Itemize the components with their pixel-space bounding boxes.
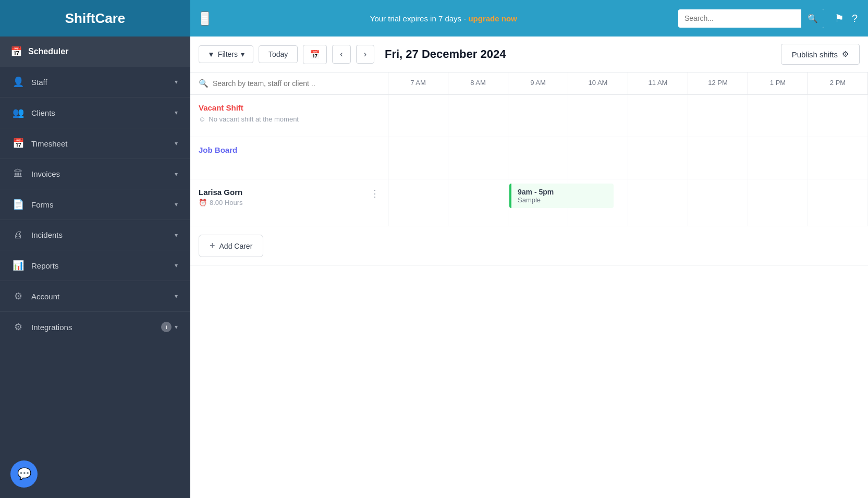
- vacant-shift-row: Vacant Shift ☺ No vacant shift at the mo…: [190, 95, 868, 137]
- cell: 9am - 5pm Sample: [508, 179, 568, 226]
- sidebar-label-incidents: Incidents: [31, 230, 63, 239]
- staff-name: Larisa Gorn: [199, 188, 370, 197]
- cell: [808, 179, 868, 226]
- filter-button[interactable]: ▼ Filters ▾: [199, 45, 253, 63]
- plus-icon: +: [210, 240, 215, 251]
- sidebar-item-forms[interactable]: 📄 Forms ▾: [0, 189, 190, 220]
- sidebar-label-forms: Forms: [31, 200, 54, 209]
- grid-header: 🔍 7 AM 8 AM 9 AM 10 AM 11 AM 12 PM 1 PM …: [190, 72, 868, 95]
- sidebar-item-reports[interactable]: 📊 Reports ▾: [0, 250, 190, 281]
- staff-row-cells: 9am - 5pm Sample: [388, 179, 868, 226]
- calendar-icon: 📅: [10, 46, 22, 57]
- cell: [688, 137, 748, 179]
- sidebar-item-incidents[interactable]: 🖨 Incidents ▾: [0, 220, 190, 250]
- search-input[interactable]: [678, 10, 801, 27]
- chevron-down-icon: ▾: [175, 171, 178, 178]
- sidebar-item-scheduler[interactable]: 📅 Scheduler: [0, 37, 190, 67]
- cell: [748, 95, 808, 137]
- search-button[interactable]: 🔍: [801, 9, 824, 28]
- publish-icon: ⚙: [842, 50, 849, 59]
- prev-button[interactable]: ‹: [332, 45, 350, 64]
- vacant-shift-label: Vacant Shift ☺ No vacant shift at the mo…: [190, 95, 388, 137]
- add-carer-button[interactable]: + Add Carer: [199, 235, 263, 257]
- sidebar-item-staff[interactable]: 👤 Staff ▾: [0, 67, 190, 98]
- grid-body: Vacant Shift ☺ No vacant shift at the mo…: [190, 95, 868, 498]
- sidebar-label-staff: Staff: [31, 78, 47, 87]
- publish-label: Publish shifts: [792, 50, 838, 59]
- cell: [808, 137, 868, 179]
- chevron-down-icon: ▾: [175, 201, 178, 208]
- job-board-cells: [388, 137, 868, 179]
- upgrade-link[interactable]: upgrade now: [468, 14, 517, 23]
- content-area: ▼ Filters ▾ Today 📅 ‹ › Fri, 27 December…: [190, 37, 868, 498]
- no-vacant-message: ☺ No vacant shift at the moment: [199, 115, 380, 123]
- search-staff-input[interactable]: [213, 79, 380, 88]
- reports-icon: 📊: [13, 260, 24, 271]
- job-board-row: Job Board: [190, 137, 868, 179]
- sidebar-label-timesheet: Timesheet: [31, 139, 67, 148]
- time-col-10am: 10 AM: [568, 72, 628, 94]
- cell: [748, 137, 808, 179]
- time-col-12pm: 12 PM: [688, 72, 748, 94]
- shift-block[interactable]: 9am - 5pm Sample: [509, 184, 614, 208]
- time-col-2pm: 2 PM: [808, 72, 868, 94]
- cell: [508, 137, 568, 179]
- top-header: ShiftCare ≡ Your trial expires in 7 days…: [0, 0, 868, 37]
- cell: [508, 95, 568, 137]
- staff-hours: ⏰ 8.00 Hours: [199, 199, 370, 207]
- cell: [568, 95, 628, 137]
- flag-button[interactable]: ⚑: [835, 12, 844, 25]
- more-options-icon[interactable]: ⋮: [370, 188, 380, 199]
- today-button[interactable]: Today: [259, 45, 298, 63]
- calendar-button[interactable]: 📅: [303, 45, 327, 64]
- next-button[interactable]: ›: [356, 45, 374, 64]
- toolbar: ▼ Filters ▾ Today 📅 ‹ › Fri, 27 December…: [190, 37, 868, 72]
- cell: [628, 137, 688, 179]
- search-container: 🔍: [678, 9, 824, 28]
- sidebar-item-timesheet[interactable]: 📅 Timesheet ▾: [0, 128, 190, 159]
- sidebar-logo: ShiftCare: [0, 0, 190, 37]
- sidebar-label-clients: Clients: [31, 108, 55, 117]
- chevron-down-icon: ▾: [175, 78, 178, 86]
- hamburger-button[interactable]: ≡: [201, 11, 209, 26]
- smiley-icon: ☺: [199, 115, 205, 123]
- forms-icon: 📄: [13, 199, 24, 210]
- sidebar-item-clients[interactable]: 👥 Clients ▾: [0, 98, 190, 128]
- cell: [448, 137, 508, 179]
- schedule-container: 🔍 7 AM 8 AM 9 AM 10 AM 11 AM 12 PM 1 PM …: [190, 72, 868, 498]
- search-staff-column: 🔍: [190, 72, 388, 94]
- cell: [388, 137, 448, 179]
- main-layout: 📅 Scheduler 👤 Staff ▾ 👥 Clients ▾ 📅 Time…: [0, 37, 868, 498]
- time-col-1pm: 1 PM: [748, 72, 808, 94]
- sidebar-item-invoices[interactable]: 🏛 Invoices ▾: [0, 159, 190, 189]
- staff-row-label: Larisa Gorn ⏰ 8.00 Hours ⋮: [190, 179, 388, 226]
- cell: [628, 179, 688, 226]
- sidebar-item-integrations[interactable]: ⚙ Integrations i ▾: [0, 312, 190, 342]
- publish-shifts-button[interactable]: Publish shifts ⚙: [781, 44, 860, 65]
- chevron-down-icon: ▾: [175, 109, 178, 116]
- sidebar-item-account[interactable]: ⚙ Account ▾: [0, 281, 190, 312]
- cell: [448, 179, 508, 226]
- chat-bubble-button[interactable]: 💬: [10, 460, 38, 488]
- account-icon: ⚙: [13, 290, 24, 302]
- vacant-shift-cells: [388, 95, 868, 137]
- vacant-shift-title: Vacant Shift: [199, 103, 380, 112]
- filter-icon: ▼: [207, 50, 215, 58]
- cell: [388, 95, 448, 137]
- cell: [448, 95, 508, 137]
- cell: [748, 179, 808, 226]
- incidents-icon: 🖨: [13, 229, 24, 240]
- help-button[interactable]: ?: [852, 13, 858, 25]
- job-board-label[interactable]: Job Board: [190, 137, 388, 179]
- job-board-title: Job Board: [199, 145, 380, 154]
- shift-client: Sample: [518, 196, 607, 204]
- chevron-down-icon: ▾: [175, 293, 178, 300]
- staff-row: Larisa Gorn ⏰ 8.00 Hours ⋮: [190, 179, 868, 226]
- cell: [688, 179, 748, 226]
- cell: [808, 95, 868, 137]
- time-col-7am: 7 AM: [388, 72, 448, 94]
- time-col-11am: 11 AM: [628, 72, 688, 94]
- time-columns-header: 7 AM 8 AM 9 AM 10 AM 11 AM 12 PM 1 PM 2 …: [388, 72, 868, 94]
- chevron-down-icon: ▾: [175, 323, 178, 331]
- chevron-down-icon: ▾: [175, 262, 178, 269]
